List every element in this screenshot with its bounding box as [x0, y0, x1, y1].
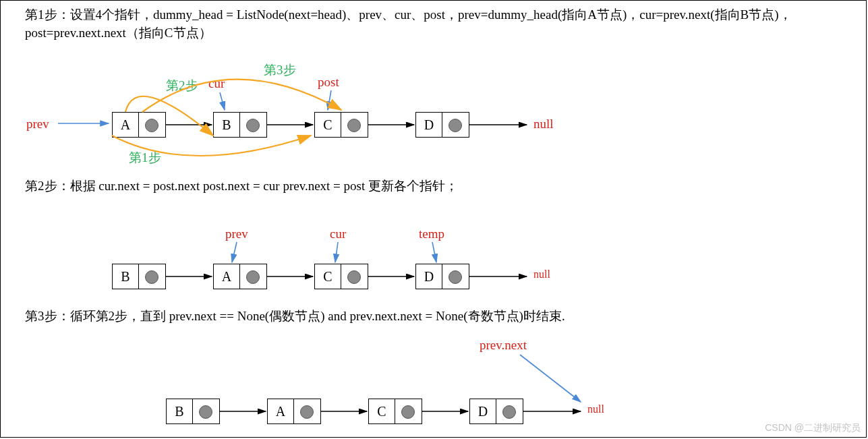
svg-line-13	[432, 242, 436, 262]
step1-text: 第1步：设置4个指针，dummy_head = ListNode(next=he…	[25, 6, 841, 42]
label-null-3: null	[587, 403, 604, 415]
dot-icon	[502, 405, 516, 419]
label-temp-2: temp	[419, 227, 444, 241]
dot-icon	[401, 405, 415, 419]
node-C-3: C	[368, 399, 422, 424]
node-B-2: B	[112, 264, 166, 289]
node-C-2: C	[314, 264, 368, 289]
dot-icon	[449, 270, 462, 284]
node-A-3: A	[267, 399, 321, 424]
node-label: D	[416, 113, 442, 137]
node-label: B	[113, 264, 138, 289]
dot-icon	[246, 119, 260, 132]
node-D-2: D	[415, 264, 469, 289]
label-prev-2: prev	[225, 227, 248, 241]
node-B-1: B	[213, 112, 267, 138]
node-label: A	[214, 264, 239, 289]
label-null-2: null	[533, 268, 550, 281]
node-label: B	[214, 113, 239, 137]
dot-icon	[246, 270, 260, 284]
node-label: B	[167, 399, 192, 423]
node-label: D	[416, 264, 442, 289]
label-prev-1: prev	[26, 117, 49, 131]
dot-icon	[449, 119, 462, 132]
dot-icon	[347, 270, 361, 284]
svg-line-6	[328, 90, 331, 110]
node-label: C	[315, 113, 341, 137]
label-arc3: 第3步	[264, 61, 296, 79]
node-D-3: D	[469, 399, 523, 424]
arrows-layer	[1, 1, 867, 438]
svg-line-11	[232, 242, 237, 262]
step2-text: 第2步：根据 cur.next = post.next post.next = …	[25, 177, 834, 196]
label-null-1: null	[533, 117, 554, 131]
node-A-1: A	[112, 112, 166, 138]
step3-text: 第3步：循环第2步，直到 prev.next == None(偶数节点) and…	[25, 308, 834, 326]
label-arc2: 第2步	[166, 77, 198, 94]
svg-line-12	[335, 242, 338, 262]
node-C-1: C	[314, 112, 368, 138]
node-label: D	[470, 399, 496, 423]
label-prevnext-3: prev.next	[480, 338, 527, 353]
dot-icon	[199, 405, 212, 419]
dot-icon	[347, 119, 361, 132]
node-label: C	[315, 264, 341, 289]
label-cur-1: cur	[208, 76, 225, 91]
svg-line-5	[220, 92, 225, 110]
watermark: CSDN @二进制研究员	[765, 422, 861, 434]
node-label: A	[268, 399, 293, 423]
node-label: A	[113, 113, 138, 137]
node-A-2: A	[213, 264, 267, 289]
svg-line-18	[520, 355, 581, 402]
node-D-1: D	[415, 112, 469, 138]
dot-icon	[145, 270, 158, 284]
node-label: C	[369, 399, 395, 423]
node-B-3: B	[166, 399, 220, 424]
label-post-1: post	[318, 75, 339, 90]
label-cur-2: cur	[330, 227, 346, 241]
dot-icon	[300, 405, 314, 419]
label-arc1: 第1步	[129, 149, 161, 167]
dot-icon	[145, 119, 158, 132]
diagram-frame: 第1步：设置4个指针，dummy_head = ListNode(next=he…	[0, 0, 867, 438]
